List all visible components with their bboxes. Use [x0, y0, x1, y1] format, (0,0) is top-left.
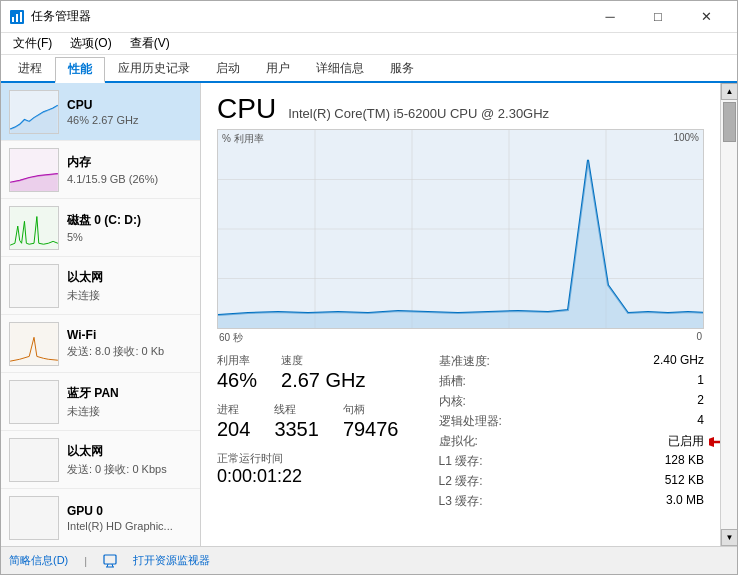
menu-options[interactable]: 选项(O)	[62, 33, 119, 54]
logical-value: 4	[697, 413, 704, 430]
disk-mini-chart	[10, 207, 58, 249]
cpu-main-title: CPU	[217, 93, 276, 125]
tab-performance[interactable]: 性能	[55, 57, 105, 83]
gpu-info: GPU 0 Intel(R) HD Graphic...	[67, 504, 192, 532]
ethernet1-label: 以太网	[67, 269, 192, 286]
wifi-mini-chart	[10, 323, 58, 365]
l1-row: L1 缓存: 128 KB	[439, 453, 705, 470]
l1-value: 128 KB	[665, 453, 704, 470]
maximize-button[interactable]: □	[635, 1, 681, 33]
base-speed-row: 基准速度: 2.40 GHz	[439, 353, 705, 370]
cores-row: 内核: 2	[439, 393, 705, 410]
cpu-stat: 46% 2.67 GHz	[67, 114, 192, 126]
logical-row: 逻辑处理器: 4	[439, 413, 705, 430]
ethernet1-info: 以太网 未连接	[67, 269, 192, 303]
tab-app-history[interactable]: 应用历史记录	[105, 55, 203, 81]
sidebar-item-wifi[interactable]: Wi-Fi 发送: 8.0 接收: 0 Kb	[1, 315, 200, 373]
menu-file[interactable]: 文件(F)	[5, 33, 60, 54]
red-arrow-icon	[709, 432, 720, 452]
speed-label: 速度	[281, 353, 365, 368]
cpu-label: CPU	[67, 98, 192, 112]
bluetooth-label: 蓝牙 PAN	[67, 385, 192, 402]
l2-label: L2 缓存:	[439, 473, 483, 490]
svg-rect-3	[20, 12, 22, 22]
tab-details[interactable]: 详细信息	[303, 55, 377, 81]
minimize-button[interactable]: ─	[587, 1, 633, 33]
handles-label: 句柄	[343, 402, 399, 417]
main-scrollbar[interactable]: ▲ ▼	[720, 83, 737, 546]
menu-view[interactable]: 查看(V)	[122, 33, 178, 54]
inline-stats-1: 利用率 46% 速度 2.67 GHz	[217, 353, 399, 392]
l3-label: L3 缓存:	[439, 493, 483, 510]
chart-time-right: 0	[696, 331, 702, 345]
cores-value: 2	[697, 393, 704, 410]
sidebar-item-ethernet1[interactable]: 以太网 未连接	[1, 257, 200, 315]
sidebar-item-gpu[interactable]: GPU 0 Intel(R) HD Graphic...	[1, 489, 200, 546]
tab-services[interactable]: 服务	[377, 55, 427, 81]
chart-svg	[218, 130, 703, 328]
threads-label: 线程	[274, 402, 319, 417]
ethernet1-thumb	[9, 264, 59, 308]
threads-value: 3351	[274, 417, 319, 441]
gpu-label: GPU 0	[67, 504, 192, 518]
wifi-info: Wi-Fi 发送: 8.0 接收: 0 Kb	[67, 328, 192, 359]
sidebar-item-memory[interactable]: 内存 4.1/15.9 GB (26%)	[1, 141, 200, 199]
disk-stat: 5%	[67, 231, 192, 243]
uptime-value: 0:00:01:22	[217, 466, 399, 488]
utilization-value: 46%	[217, 368, 257, 392]
ethernet1-stat: 未连接	[67, 288, 192, 303]
close-button[interactable]: ✕	[683, 1, 729, 33]
bluetooth-info: 蓝牙 PAN 未连接	[67, 385, 192, 419]
tab-processes[interactable]: 进程	[5, 55, 55, 81]
memory-thumb	[9, 148, 59, 192]
memory-stat: 4.1/15.9 GB (26%)	[67, 173, 192, 185]
task-manager-window: 任务管理器 ─ □ ✕ 文件(F) 选项(O) 查看(V) 进程 性能 应用历史…	[0, 0, 738, 575]
virtualization-value: 已启用	[668, 433, 704, 450]
svg-rect-2	[16, 14, 18, 22]
scroll-up-btn[interactable]: ▲	[721, 83, 737, 100]
processes-label: 进程	[217, 402, 250, 417]
utilization-stat: 利用率 46%	[217, 353, 257, 392]
tab-startup[interactable]: 启动	[203, 55, 253, 81]
speed-value: 2.67 GHz	[281, 368, 365, 392]
l3-value: 3.0 MB	[666, 493, 704, 510]
processes-value: 204	[217, 417, 250, 441]
monitor-link[interactable]: 打开资源监视器	[133, 553, 210, 568]
logical-label: 逻辑处理器:	[439, 413, 502, 430]
main-header: CPU Intel(R) Core(TM) i5-6200U CPU @ 2.3…	[217, 93, 704, 125]
cpu-subtitle: Intel(R) Core(TM) i5-6200U CPU @ 2.30GHz	[288, 106, 549, 121]
ethernet2-info: 以太网 发送: 0 接收: 0 Kbps	[67, 443, 192, 477]
chart-time-left: 60 秒	[219, 331, 243, 345]
sidebar-item-cpu[interactable]: CPU 46% 2.67 GHz	[1, 83, 200, 141]
bluetooth-mini-chart	[10, 381, 58, 423]
sockets-row: 插槽: 1	[439, 373, 705, 390]
scroll-thumb[interactable]	[723, 102, 736, 142]
cpu-chart: % 利用率 100%	[217, 129, 704, 329]
disk-label: 磁盘 0 (C: D:)	[67, 212, 192, 229]
sidebar-item-bluetooth[interactable]: 蓝牙 PAN 未连接	[1, 373, 200, 431]
base-speed-label: 基准速度:	[439, 353, 490, 370]
base-speed-value: 2.40 GHz	[653, 353, 704, 370]
l1-label: L1 缓存:	[439, 453, 483, 470]
memory-info: 内存 4.1/15.9 GB (26%)	[67, 154, 192, 185]
stats-right: 基准速度: 2.40 GHz 插槽: 1 内核: 2 逻辑处理器:	[439, 353, 705, 510]
wifi-stat: 发送: 8.0 接收: 0 Kb	[67, 344, 192, 359]
svg-rect-8	[10, 323, 58, 365]
title-controls: ─ □ ✕	[587, 1, 729, 33]
virtualization-label: 虚拟化:	[439, 433, 478, 450]
svg-rect-10	[10, 439, 58, 481]
memory-mini-chart	[10, 149, 58, 191]
sidebar-item-ethernet2[interactable]: 以太网 发送: 0 接收: 0 Kbps	[1, 431, 200, 489]
title-bar-left: 任务管理器	[9, 8, 91, 25]
title-bar: 任务管理器 ─ □ ✕	[1, 1, 737, 33]
sidebar-item-disk[interactable]: 磁盘 0 (C: D:) 5%	[1, 199, 200, 257]
svg-rect-1	[12, 17, 14, 22]
monitor-icon	[103, 554, 117, 568]
scroll-down-btn[interactable]: ▼	[721, 529, 737, 546]
tab-users[interactable]: 用户	[253, 55, 303, 81]
handles-stat: 句柄 79476	[343, 402, 399, 441]
summary-link[interactable]: 简略信息(D)	[9, 553, 68, 568]
speed-stat: 速度 2.67 GHz	[281, 353, 365, 392]
svg-rect-7	[10, 265, 58, 307]
chart-time-bar: 60 秒 0	[217, 331, 704, 345]
